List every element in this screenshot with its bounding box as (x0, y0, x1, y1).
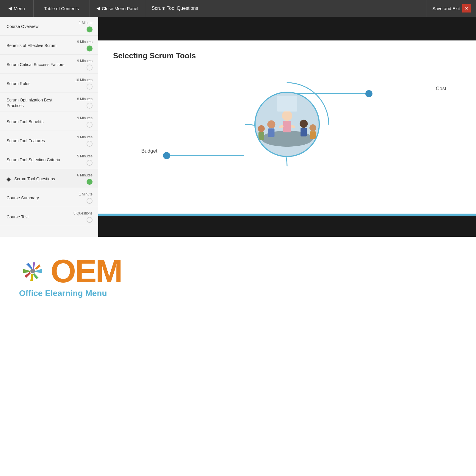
sidebar-label-tool-features: Scrum Tool Features (7, 138, 45, 143)
status-circle-3 (87, 84, 93, 90)
sidebar-label-test: Course Test (7, 214, 29, 220)
sidebar-label-tool-questions: Scrum Tool Questions (14, 176, 55, 181)
sidebar-item-optimization[interactable]: Scrum Optimization Best Practices 8 Minu… (0, 93, 98, 112)
sidebar-label-course-overview: Course Overview (7, 24, 38, 29)
sidebar-duration-0: 1 Minute (79, 21, 93, 25)
status-circle-6 (87, 141, 93, 147)
chevron-left-icon: ◀ (8, 6, 12, 11)
sidebar-item-tool-features[interactable]: Scrum Tool Features 9 Minutes (0, 131, 98, 150)
svg-rect-11 (259, 132, 264, 140)
svg-point-12 (300, 120, 308, 128)
svg-point-1 (365, 90, 372, 97)
content-black-bottom (98, 216, 476, 237)
sidebar-duration-10: 8 Questions (73, 211, 93, 215)
meeting-photo (256, 93, 319, 156)
sidebar-label-tool-benefits: Scrum Tool Benefits (7, 119, 43, 124)
active-page-icon: ◆ (7, 176, 11, 182)
sidebar-duration-5: 9 Minutes (77, 116, 93, 120)
content-area: Selecting Scrum Tools (98, 17, 476, 237)
content-slide: Selecting Scrum Tools (98, 40, 476, 216)
top-nav: ◀ Menu Table of Contents ◀ Close Menu Pa… (0, 0, 476, 17)
status-circle-4 (87, 103, 93, 109)
sidebar-label-selection: Scrum Tool Selection Criteria (7, 157, 60, 162)
svg-point-14 (309, 124, 316, 131)
sidebar-item-scrum-roles[interactable]: Scrum Roles 10 Minutes (0, 74, 98, 93)
main-layout: Course Overview 1 Minute Benefits of Eff… (0, 17, 476, 237)
sidebar-label-scrum-roles: Scrum Roles (7, 81, 30, 86)
status-circle-5 (87, 122, 93, 128)
oem-text: OEM (51, 255, 122, 287)
cost-label: Cost (436, 86, 446, 92)
sidebar-item-tool-questions[interactable]: ◆ Scrum Tool Questions 6 Minutes (0, 169, 98, 188)
svg-rect-15 (310, 131, 316, 139)
save-exit-button[interactable]: Save and Exit ✕ (427, 0, 476, 17)
budget-label: Budget (141, 148, 157, 154)
close-panel-label: Close Menu Panel (102, 6, 138, 11)
sidebar-item-selection-criteria[interactable]: Scrum Tool Selection Criteria 5 Minutes (0, 150, 98, 169)
slide-title: Selecting Scrum Tools (113, 51, 461, 60)
sidebar-label-optimization: Scrum Optimization Best Practices (7, 97, 70, 108)
slide-inner: Selecting Scrum Tools (98, 40, 476, 214)
svg-point-10 (258, 125, 265, 132)
status-circle-10 (87, 217, 93, 223)
sidebar-duration-7: 5 Minutes (77, 154, 93, 158)
status-circle-9 (87, 198, 93, 204)
menu-button[interactable]: ◀ Menu (0, 0, 34, 17)
sidebar-label-critical-success: Scrum Critical Success Factors (7, 62, 64, 67)
svg-rect-18 (277, 96, 297, 112)
oem-logo: OEM Office Elearning Menu (18, 255, 122, 298)
sidebar: Course Overview 1 Minute Benefits of Eff… (0, 17, 98, 237)
sidebar-duration-2: 9 Minutes (77, 59, 93, 63)
center-circle-image (254, 92, 320, 157)
close-x-button[interactable]: ✕ (462, 4, 471, 12)
sidebar-duration-3: 10 Minutes (75, 78, 93, 82)
status-circle-1 (87, 46, 93, 51)
sidebar-item-course-summary[interactable]: Course Summary 1 Minute (0, 188, 98, 207)
status-circle-8 (87, 179, 93, 185)
sidebar-duration-1: 9 Minutes (77, 40, 93, 44)
sidebar-duration-8: 6 Minutes (77, 173, 93, 177)
sidebar-duration-4: 8 Minutes (77, 97, 93, 101)
menu-label: Menu (14, 6, 25, 11)
svg-point-6 (282, 111, 292, 121)
status-circle-2 (87, 65, 93, 71)
slide-bottom-bar (98, 214, 476, 216)
status-circle-7 (87, 160, 93, 166)
status-circle-0 (87, 26, 93, 32)
oem-tagline: Office Elearning Menu (19, 289, 107, 298)
sidebar-item-critical-success[interactable]: Scrum Critical Success Factors 9 Minutes (0, 55, 98, 74)
chevron-left-icon: ◀ (96, 6, 100, 11)
toc-label: Table of Contents (34, 0, 90, 17)
sidebar-item-tool-benefits[interactable]: Scrum Tool Benefits 9 Minutes (0, 112, 98, 131)
sidebar-duration-6: 9 Minutes (77, 135, 93, 139)
svg-point-3 (163, 152, 170, 159)
oem-icon-svg (18, 258, 48, 284)
svg-point-8 (267, 120, 275, 129)
sidebar-label-benefits: Benefits of Effective Scrum (7, 43, 57, 48)
close-panel-button[interactable]: ◀ Close Menu Panel (90, 0, 145, 17)
sidebar-item-course-overview[interactable]: Course Overview 1 Minute (0, 17, 98, 36)
oem-logo-top: OEM (18, 255, 122, 287)
slide-diagram: Cost Budget (113, 69, 461, 179)
bottom-section: OEM Office Elearning Menu (0, 237, 476, 316)
sidebar-duration-9: 1 Minute (79, 192, 93, 196)
sidebar-item-benefits[interactable]: Benefits of Effective Scrum 9 Minutes (0, 36, 98, 55)
svg-rect-13 (300, 128, 307, 137)
content-black-top (98, 17, 476, 40)
save-exit-label: Save and Exit (432, 6, 460, 11)
meeting-svg (256, 93, 319, 156)
sidebar-label-summary: Course Summary (7, 195, 39, 201)
svg-rect-9 (268, 128, 274, 137)
sidebar-item-course-test[interactable]: Course Test 8 Questions (0, 207, 98, 226)
svg-rect-7 (283, 121, 291, 132)
breadcrumb: Scrum Tool Questions (145, 6, 427, 11)
